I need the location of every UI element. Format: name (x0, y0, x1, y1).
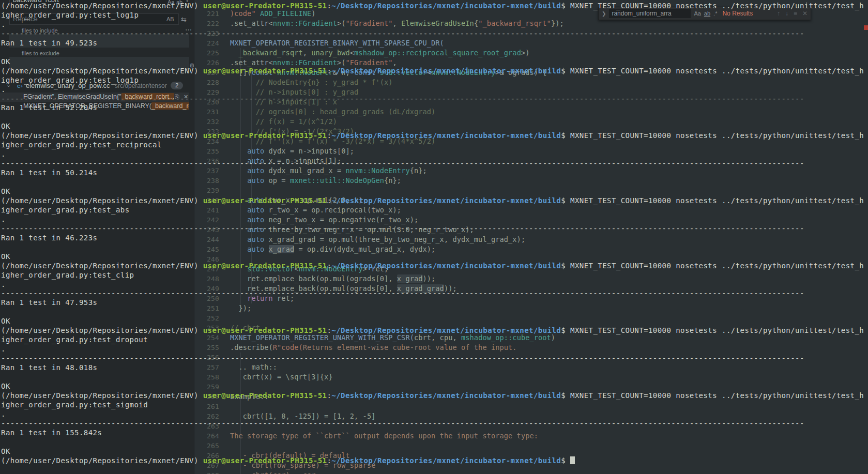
terminal-separator: ----------------------------------------… (1, 354, 868, 363)
terminal-separator: ----------------------------------------… (1, 224, 868, 233)
terminal-separator: ----------------------------------------… (1, 29, 868, 38)
terminal-cursor (570, 456, 575, 464)
terminal-command-wrap: igher_order_grad.py:test_reciprocal (1, 140, 868, 149)
terminal-ok-status: OK (1, 316, 868, 326)
terminal-separator: ----------------------------------------… (1, 288, 868, 298)
terminal-overlay[interactable]: (/home/user/Desktop/Repositories/mxnet/E… (0, 0, 868, 474)
terminal-ok-status: OK (1, 57, 868, 66)
terminal-separator: ----------------------------------------… (1, 419, 868, 428)
terminal-ok-status: OK (1, 187, 868, 196)
terminal-prompt-line: (/home/user/Desktop/Repositories/mxnet/E… (1, 131, 868, 140)
terminal-ok-status: OK (1, 121, 868, 131)
terminal-ok-status: OK (1, 447, 868, 456)
terminal-command-wrap: igher_order_grad.py:test_clip (1, 270, 868, 280)
terminal-progress-dot: . (1, 20, 868, 29)
terminal-test-result: Ran 1 test in 46.223s (1, 233, 868, 242)
terminal-command-wrap: igher_order_grad.py:test_abs (1, 205, 868, 215)
screen: backward_rcbrt Aa ab .* Replace AB ⇆ ⋯ f… (0, 0, 868, 474)
terminal-progress-dot: . (1, 215, 868, 224)
terminal-command-wrap: igher_order_grad.py:test_sigmoid (1, 400, 868, 409)
terminal-test-result: Ran 1 test in 49.523s (1, 38, 868, 48)
terminal-test-result: Ran 1 test in 47.953s (1, 298, 868, 307)
terminal-ok-status: OK (1, 252, 868, 261)
terminal-prompt-line: (/home/user/Desktop/Repositories/mxnet/E… (1, 326, 868, 335)
terminal-progress-dot: . (1, 149, 868, 159)
terminal-progress-dot: . (1, 344, 868, 354)
terminal-prompt-line: (/home/user/Desktop/Repositories/mxnet/E… (1, 196, 868, 205)
terminal-progress-dot: . (1, 85, 868, 94)
terminal-separator: ----------------------------------------… (1, 94, 868, 103)
terminal-progress-dot: . (1, 280, 868, 289)
terminal-test-result: Ran 1 test in 155.842s (1, 428, 868, 437)
terminal-prompt-line: (/home/user/Desktop/Repositories/mxnet/E… (1, 66, 868, 75)
terminal-command-wrap: igher_order_grad.py:test_dropout (1, 335, 868, 344)
terminal-test-result: Ran 1 test in 52.204s (1, 103, 868, 112)
terminal-ok-status: OK (1, 381, 868, 391)
terminal-command-wrap: igher_order_grad.py:test_log1p (1, 10, 868, 20)
terminal-prompt-line: (/home/user/Desktop/Repositories/mxnet/E… (1, 1, 868, 10)
terminal-command-wrap: igher_order_grad.py:test_log1p (1, 75, 868, 85)
terminal-separator: ----------------------------------------… (1, 159, 868, 168)
terminal-prompt-current: (/home/user/Desktop/Repositories/mxnet/E… (1, 456, 868, 465)
terminal-progress-dot: . (1, 409, 868, 419)
terminal-test-result: Ran 1 test in 48.018s (1, 363, 868, 372)
terminal-test-result: Ran 1 test in 50.214s (1, 168, 868, 177)
terminal-prompt-line: (/home/user/Desktop/Repositories/mxnet/E… (1, 261, 868, 270)
terminal-prompt-line: (/home/user/Desktop/Repositories/mxnet/E… (1, 391, 868, 400)
